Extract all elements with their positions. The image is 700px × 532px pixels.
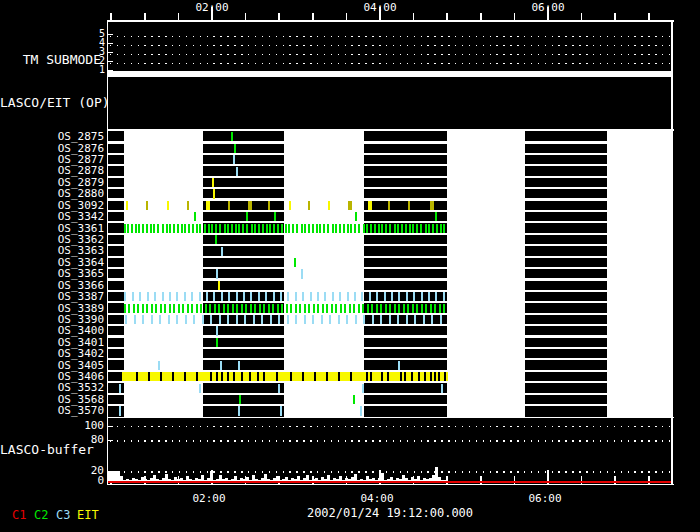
event-tick	[398, 304, 400, 313]
event-tick	[232, 304, 234, 313]
event-tick	[213, 189, 215, 198]
event-tick	[292, 224, 294, 233]
row-separator	[364, 278, 447, 280]
event-tick	[346, 315, 348, 324]
tm-submode-level-bar	[108, 71, 671, 78]
event-tick	[413, 292, 415, 301]
row-separator	[525, 153, 607, 155]
event-tick	[206, 201, 210, 210]
event-tick	[301, 269, 303, 278]
buffer-zero-line	[108, 481, 671, 483]
event-tick	[205, 304, 207, 313]
event-tick	[238, 406, 240, 415]
event-tick	[146, 304, 148, 313]
row-separator	[108, 187, 124, 189]
top-axis-minor-tick	[312, 13, 314, 21]
row-separator	[108, 324, 124, 326]
row-separator	[525, 313, 607, 315]
row-separator	[364, 335, 447, 337]
event-tick	[236, 304, 238, 313]
event-bar-gap	[424, 372, 426, 381]
row-separator	[525, 324, 607, 326]
event-tick	[428, 224, 430, 233]
event-tick	[215, 224, 217, 233]
buffer-dotted-gridline	[110, 471, 670, 473]
event-tick	[142, 304, 144, 313]
event-bar-gap	[160, 372, 162, 381]
event-bar-gap	[233, 372, 235, 381]
row-separator	[525, 210, 607, 212]
event-bar-gap	[136, 372, 138, 381]
event-bar-gap	[400, 372, 402, 381]
event-tick	[376, 292, 378, 301]
event-tick	[349, 304, 351, 313]
event-tick	[416, 304, 418, 313]
row-separator	[108, 176, 124, 178]
event-tick	[384, 292, 386, 301]
event-tick	[228, 292, 230, 301]
event-tick	[343, 224, 345, 233]
event-tick	[196, 224, 198, 233]
event-tick	[299, 304, 301, 313]
event-bar-gap	[404, 372, 406, 381]
event-tick	[301, 224, 303, 233]
bottom-axis-tick-label: 02:00	[179, 492, 239, 505]
row-separator	[108, 244, 124, 246]
event-tick	[378, 224, 380, 233]
event-tick	[199, 292, 201, 301]
buffer-ytick-label: 80	[0, 434, 104, 446]
row-separator	[203, 141, 284, 143]
row-label: OS_2875	[0, 131, 104, 142]
event-bar-gap	[387, 372, 389, 381]
event-bar-gap	[172, 372, 174, 381]
event-tick	[168, 315, 170, 324]
event-bar-gap	[314, 372, 316, 381]
row-separator	[364, 153, 447, 155]
event-tick	[251, 224, 253, 233]
event-tick	[363, 315, 365, 324]
event-tick	[370, 224, 372, 233]
event-tick	[227, 224, 229, 233]
event-bar-gap	[350, 372, 352, 381]
event-bar-gap	[184, 372, 186, 381]
top-axis-line	[107, 20, 674, 22]
event-tick	[221, 247, 223, 256]
event-tick	[127, 224, 129, 233]
event-tick	[281, 224, 283, 233]
row-separator	[203, 347, 284, 349]
row-label: OS_2880	[0, 188, 104, 199]
event-tick	[312, 224, 314, 233]
event-tick	[167, 201, 169, 210]
event-tick	[236, 315, 238, 324]
row-separator	[364, 324, 447, 326]
event-tick	[124, 224, 126, 233]
event-tick	[273, 292, 275, 301]
legend-item-c1: C1	[12, 508, 26, 522]
buffer-ytick-label: 100	[0, 420, 104, 432]
row-separator	[525, 244, 607, 246]
event-bar-gap	[411, 372, 413, 381]
event-tick	[135, 224, 137, 233]
event-tick	[355, 315, 357, 324]
event-tick	[258, 224, 260, 233]
event-tick	[124, 292, 126, 301]
event-tick	[435, 212, 437, 221]
event-tick	[128, 304, 130, 313]
event-tick	[209, 304, 211, 313]
event-bar-gap	[444, 372, 446, 381]
event-bar-gap	[370, 372, 372, 381]
event-tick	[273, 224, 275, 233]
row-separator	[108, 256, 124, 258]
event-tick	[430, 304, 432, 313]
event-tick	[398, 292, 400, 301]
event-tick	[147, 292, 149, 301]
row-separator	[108, 313, 124, 315]
event-tick	[317, 292, 319, 301]
event-tick	[281, 304, 283, 313]
event-tick	[391, 292, 393, 301]
event-tick	[428, 292, 430, 301]
event-tick	[394, 224, 396, 233]
event-tick	[253, 315, 255, 324]
row-separator	[364, 267, 447, 269]
event-tick	[235, 224, 237, 233]
